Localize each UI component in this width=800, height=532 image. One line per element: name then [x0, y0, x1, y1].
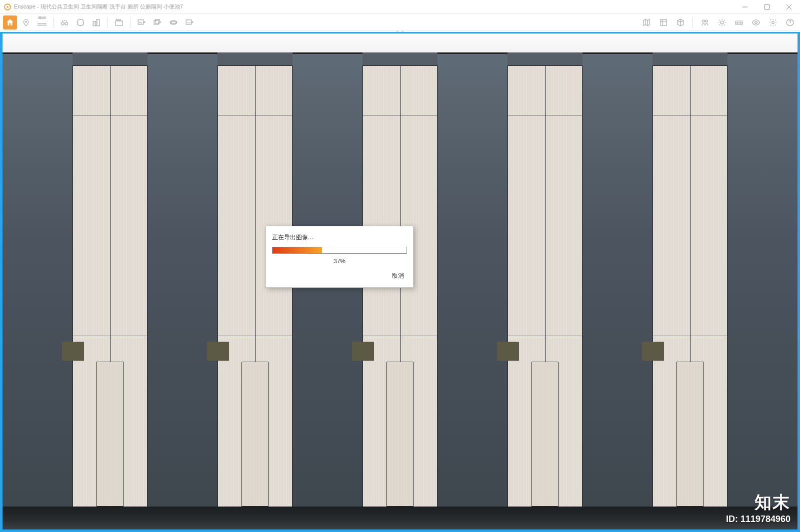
watermark-id: ID: 1119784960	[726, 514, 790, 525]
stall-panel	[72, 52, 148, 507]
asset-library-icon[interactable]	[656, 15, 670, 29]
svg-point-13	[170, 20, 177, 24]
progress-fill	[272, 247, 322, 253]
settings-icon[interactable]	[766, 15, 780, 29]
stall-panel	[652, 52, 728, 507]
svg-rect-11	[154, 20, 158, 24]
toolbar-separator	[130, 17, 130, 27]
svg-point-17	[702, 19, 705, 22]
visibility-icon[interactable]	[749, 15, 763, 29]
svg-text:EXE: EXE	[188, 21, 192, 23]
ceiling	[2, 33, 798, 52]
toolbar-separator	[53, 17, 54, 27]
panorama-icon[interactable]	[166, 15, 180, 29]
svg-point-4	[61, 22, 64, 25]
watermark: 知末 ID: 1119784960	[726, 491, 790, 525]
svg-point-3	[26, 21, 27, 22]
export-image-icon[interactable]	[134, 15, 148, 29]
export-batch-icon[interactable]	[150, 15, 164, 29]
progress-bar	[272, 247, 407, 254]
export-exe-icon[interactable]: EXE	[182, 15, 196, 29]
dialog-title: 正在导出图像...	[272, 233, 407, 242]
compass-icon[interactable]	[74, 15, 88, 29]
toolbar-separator	[692, 17, 693, 27]
svg-rect-16	[660, 19, 666, 25]
svg-rect-2	[765, 4, 770, 9]
bim-button[interactable]: BIM	[35, 15, 49, 29]
svg-rect-9	[116, 21, 122, 25]
materials-icon[interactable]	[674, 15, 688, 29]
help-icon[interactable]	[783, 15, 797, 29]
app-logo-icon	[4, 3, 11, 10]
svg-rect-7	[93, 21, 96, 25]
clapperboard-icon[interactable]	[112, 15, 126, 29]
collaboration-icon[interactable]	[698, 15, 712, 29]
window-controls	[734, 0, 800, 14]
location-pin-icon[interactable]	[19, 15, 33, 29]
toolbar-separator	[108, 17, 108, 27]
vr-headset-icon[interactable]	[732, 15, 746, 29]
svg-point-1	[6, 6, 8, 8]
maximize-button[interactable]	[756, 0, 778, 14]
stall-panel	[508, 52, 582, 507]
progress-percent: 37%	[272, 258, 407, 265]
cancel-button[interactable]: 取消	[389, 270, 407, 282]
buildings-icon[interactable]	[90, 15, 104, 29]
map-icon[interactable]	[640, 15, 654, 29]
binoculars-icon[interactable]	[58, 15, 72, 29]
minimize-button[interactable]	[734, 0, 756, 14]
svg-point-24	[772, 21, 774, 23]
toolbar: BIM EXE	[0, 14, 800, 31]
sun-icon[interactable]	[715, 15, 729, 29]
svg-point-22	[740, 22, 742, 23]
svg-point-6	[77, 19, 84, 26]
svg-point-23	[755, 21, 758, 23]
svg-rect-12	[156, 19, 160, 23]
svg-point-5	[65, 22, 68, 25]
watermark-brand: 知末	[726, 491, 790, 514]
render-viewport: 正在导出图像... 37% 取消 知末 ID: 1119784960	[0, 32, 800, 532]
window-title: Enscape - 现代公共卫生间 卫生间隔断 洗手台 厕所 公厕隔间 小便池7	[14, 3, 734, 10]
export-progress-dialog: 正在导出图像... 37% 取消	[266, 226, 414, 288]
titlebar: Enscape - 现代公共卫生间 卫生间隔断 洗手台 厕所 公厕隔间 小便池7	[0, 0, 800, 14]
svg-point-18	[706, 19, 708, 22]
close-button[interactable]	[778, 0, 800, 14]
home-button[interactable]	[3, 15, 17, 29]
svg-point-19	[720, 21, 724, 24]
floor	[2, 507, 798, 530]
svg-point-21	[737, 22, 738, 23]
